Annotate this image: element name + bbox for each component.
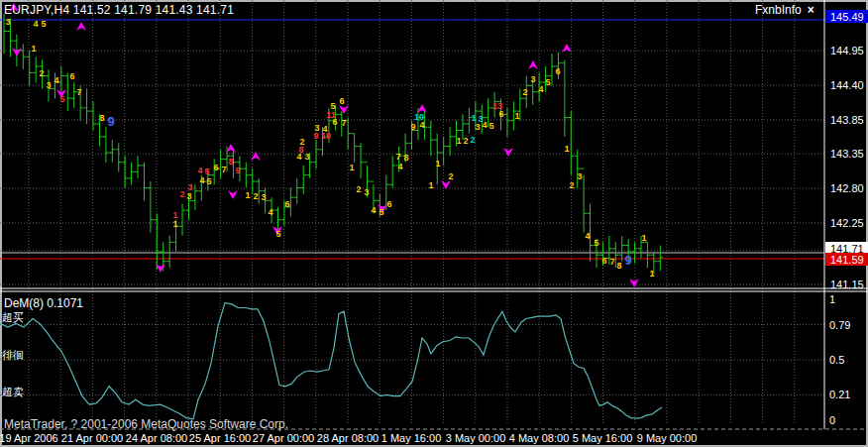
count-label: 2 (356, 184, 361, 194)
count-label: 8 (403, 153, 408, 163)
count-label: 1 (456, 136, 461, 146)
price-axis-label[interactable]: 144.40 (830, 79, 864, 91)
count-label: 2 (470, 135, 475, 145)
count-label: 2 (253, 191, 258, 201)
count-label: 1 (649, 269, 654, 279)
count-label: 6 (332, 117, 337, 127)
count-label: 7 (341, 118, 346, 128)
count-label: 6 (386, 199, 391, 209)
price-axis-label[interactable]: 141.15 (830, 279, 864, 290)
count-label: 7 (76, 87, 81, 97)
count-label: 9 (410, 122, 415, 132)
count-label: 6 (284, 199, 289, 209)
count-label: 1 (172, 219, 177, 229)
count-label: 1 (428, 180, 433, 190)
count-label: 4 (397, 162, 402, 171)
mt4-chart-window: 3451234567891123345456789123456284334910… (0, 0, 868, 447)
count-label: 6 (601, 256, 606, 266)
signal-arrows (9, 3, 639, 287)
count-label: 3 (475, 122, 480, 132)
count-label: 2 (39, 68, 44, 78)
price-axis-label[interactable]: 144.95 (830, 45, 864, 56)
time-axis-label[interactable]: 3 May 00:00 (446, 432, 506, 444)
chart-canvas[interactable]: 3451234567891123345456789123456284334910… (0, 0, 868, 447)
count-label: 1 (435, 159, 440, 168)
price-tag-label: 145.49 (830, 11, 864, 23)
arrow-down-icon (503, 148, 513, 157)
count-label: 3 (364, 187, 369, 197)
count-label: 4 (419, 120, 424, 130)
count-label: 3 (530, 74, 535, 84)
count-label: 5 (275, 229, 280, 239)
arrow-up-icon (76, 22, 86, 31)
arrow-up-icon (562, 44, 572, 53)
count-label: 2 (463, 136, 468, 146)
arrow-up-icon (251, 152, 261, 161)
count-label: 4 (371, 205, 376, 215)
count-label: 5 (379, 207, 383, 217)
count-label: 6 (213, 163, 218, 172)
count-label: 3 (304, 152, 309, 162)
count-label: 7 (221, 165, 226, 174)
count-label: 9 (624, 253, 631, 268)
count-label: 5 (594, 238, 598, 248)
count-label: 4 (585, 231, 590, 241)
time-axis-label[interactable]: 19 Apr 2006 (0, 432, 58, 444)
count-label: 7 (609, 257, 614, 267)
count-label: 2 (522, 87, 527, 97)
count-label: 6 (69, 71, 74, 81)
count-label: 4 (268, 207, 272, 217)
zone-label-overbought: 超买 (2, 310, 24, 325)
count-label: 6 (339, 96, 344, 106)
time-axis-label[interactable]: 24 Apr 08:00 (126, 432, 187, 444)
time-axis-label[interactable]: 5 May 16:00 (573, 432, 633, 444)
dem-axis-label[interactable]: 1 (829, 293, 835, 305)
count-label: 1 (31, 44, 36, 54)
zone-label-ranging: 徘徊 (2, 348, 24, 363)
time-axis-label[interactable]: 9 May 00:00 (637, 432, 698, 444)
dem-indicator-label: DeM(8) 0.1071 (4, 296, 83, 310)
count-label: 5 (206, 176, 211, 186)
count-label: 4 (197, 166, 202, 175)
count-label: 3 (5, 17, 10, 27)
indicator-name-label: FxnbInfo (755, 3, 802, 17)
count-label: 8 (616, 261, 621, 271)
price-axis-label[interactable]: 143.85 (830, 114, 864, 126)
count-label: 8 (99, 113, 104, 123)
dem-axis-label[interactable]: 0.21 (829, 389, 850, 400)
arrow-down-icon (629, 279, 639, 287)
arrow-down-icon (339, 105, 349, 114)
time-axis-label[interactable]: 28 Apr 08:00 (317, 432, 379, 444)
dem-axis-label[interactable]: 0 (829, 414, 835, 426)
price-axis-label[interactable]: 143.35 (830, 148, 864, 160)
dem-axis-label[interactable]: 0.79 (829, 319, 850, 331)
time-axis-label[interactable]: 25 Apr 16:00 (189, 432, 251, 444)
count-label: 3 (186, 191, 191, 201)
zone-label-oversold: 超卖 (2, 385, 24, 399)
count-label: 6 (555, 66, 560, 76)
dem-line (0, 303, 662, 419)
count-label: 1 (514, 111, 519, 121)
count-label: 1 (641, 233, 646, 243)
dem-axis-label[interactable]: 0.5 (829, 354, 844, 366)
time-axis-label[interactable]: 4 May 08:00 (509, 432, 570, 444)
count-label: 1 (564, 144, 569, 154)
count-label: 8 (228, 157, 233, 167)
price-axis-label[interactable]: 142.80 (830, 182, 864, 194)
count-label: 2 (448, 171, 453, 181)
count-label: 4 (538, 84, 543, 94)
time-axis-label[interactable]: 1 May 16:00 (381, 432, 442, 444)
metatrader-watermark: MetaTrader, ? 2001-2006 MetaQuotes Softw… (4, 417, 288, 431)
price-tag-label: 141.59 (830, 254, 864, 266)
count-label: 5 (204, 167, 209, 176)
count-label: 2 (569, 180, 574, 190)
count-label: 3 (46, 80, 51, 90)
count-label: 4 (33, 19, 38, 29)
count-label: 5 (488, 121, 493, 131)
price-axis-label[interactable]: 142.25 (830, 217, 864, 229)
time-axis-label[interactable]: 21 Apr 00:00 (61, 432, 123, 444)
time-axis-label[interactable]: 27 Apr 00:00 (253, 432, 314, 444)
count-label: 5 (545, 77, 550, 87)
close-icon[interactable]: × (808, 3, 814, 17)
count-label: 1 (349, 163, 354, 172)
